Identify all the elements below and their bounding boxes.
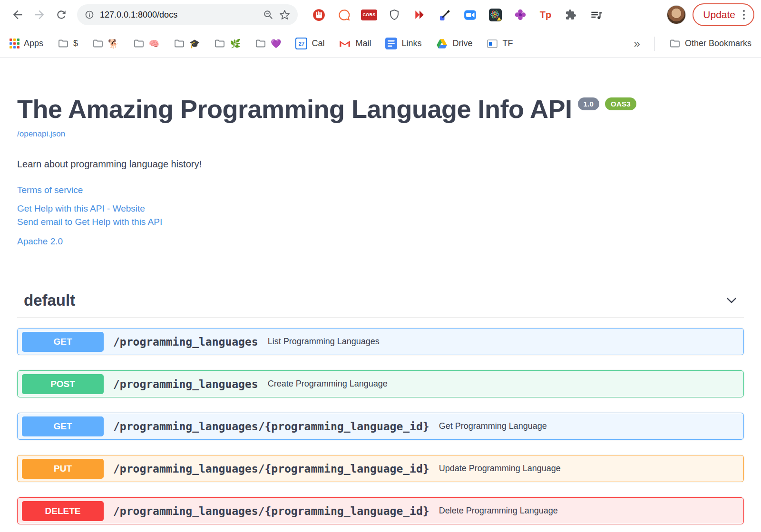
bookmark-label: Apps <box>24 39 43 48</box>
bookmark-drive[interactable]: Drive <box>436 38 472 50</box>
site-info-icon[interactable] <box>85 10 94 19</box>
avatar[interactable] <box>667 5 686 24</box>
contact-links: Get Help with this API - Website Send em… <box>17 202 744 229</box>
chevron-down-icon[interactable] <box>726 295 737 306</box>
method-badge: GET <box>22 332 104 352</box>
calendar-icon: 27 <box>295 38 307 49</box>
folder-icon <box>58 38 69 49</box>
browser-toolbar: 127.0.0.1:8000/docs CORS Tp <box>0 0 761 29</box>
api-description: Learn about programming language history… <box>17 159 744 170</box>
reload-icon <box>55 9 68 21</box>
flower-icon[interactable] <box>514 8 527 21</box>
api-help-email-link[interactable]: Send email to Get Help with this API <box>17 215 744 229</box>
bookmark-label: 🐕 <box>108 39 118 49</box>
other-bookmarks-label: Other Bookmarks <box>685 39 751 48</box>
toolbar-right-group: Update <box>667 3 754 26</box>
bookmarks-overflow-chevron[interactable]: » <box>634 37 640 50</box>
endpoint-path: /programming_languages/{programming_lang… <box>113 420 429 433</box>
method-badge: PUT <box>22 459 104 479</box>
zoom-icon[interactable] <box>263 10 273 20</box>
swagger-page: The Amazing Programming Language Info AP… <box>0 94 761 524</box>
bookmark-label: Cal <box>312 39 324 48</box>
playlist-icon[interactable] <box>589 8 603 21</box>
bookmark-star-icon[interactable] <box>279 10 290 20</box>
bookmark-label: $ <box>73 39 78 48</box>
endpoint-row-put-update[interactable]: PUT /programming_languages/{programming_… <box>17 455 744 482</box>
cors-icon[interactable]: CORS <box>362 8 376 21</box>
drive-icon <box>436 38 448 50</box>
method-badge: POST <box>22 374 104 394</box>
endpoint-row-get-list[interactable]: GET /programming_languages List Programm… <box>17 328 744 355</box>
bookmarks-separator <box>654 37 655 51</box>
openapi-json-link[interactable]: /openapi.json <box>17 129 65 139</box>
bookmark-mail[interactable]: Mail <box>339 38 371 50</box>
bookmark-label: 🌿 <box>230 39 240 49</box>
page-title: The Amazing Programming Language Info AP… <box>17 94 744 124</box>
api-title-text: The Amazing Programming Language Info AP… <box>17 95 572 123</box>
links-icon <box>385 38 397 49</box>
bookmark-folder-1[interactable]: $ <box>58 38 78 49</box>
bookmark-apps[interactable]: Apps <box>10 39 43 48</box>
bookmark-folder-3[interactable]: 🧠 <box>133 38 159 49</box>
tf-icon <box>487 38 498 49</box>
atom-icon[interactable] <box>488 8 502 21</box>
folder-icon <box>92 38 104 49</box>
endpoint-summary: Update Programming Language <box>439 464 561 474</box>
browser-menu-icon[interactable] <box>741 8 747 21</box>
bookmark-label: Mail <box>355 39 371 48</box>
other-bookmarks[interactable]: Other Bookmarks <box>669 38 751 49</box>
bookmark-links[interactable]: Links <box>385 38 421 49</box>
back-button[interactable] <box>7 4 29 26</box>
endpoint-row-delete[interactable]: DELETE /programming_languages/{programmi… <box>17 497 744 524</box>
bookmark-label: 💜 <box>271 39 281 49</box>
folder-icon <box>174 38 185 49</box>
folder-icon <box>133 38 145 49</box>
back-arrow-icon <box>11 8 24 21</box>
bookmark-label: Links <box>401 39 421 48</box>
bookmark-cal[interactable]: 27 Cal <box>295 38 324 49</box>
video-camera-icon[interactable] <box>463 8 477 21</box>
endpoint-row-get-one[interactable]: GET /programming_languages/{programming_… <box>17 413 744 440</box>
reload-button[interactable] <box>50 4 72 26</box>
apps-grid-icon <box>10 39 20 48</box>
endpoint-summary: List Programming Languages <box>268 337 380 347</box>
bookmark-label: TF <box>502 39 513 48</box>
tp-icon[interactable]: Tp <box>539 8 552 21</box>
endpoint-summary: Create Programming Language <box>268 379 388 389</box>
folder-icon <box>255 38 266 49</box>
endpoint-row-post-create[interactable]: POST /programming_languages Create Progr… <box>17 370 744 397</box>
endpoint-summary: Get Programming Language <box>439 421 547 431</box>
bookmark-tf[interactable]: TF <box>487 38 513 49</box>
url-text: 127.0.0.1:8000/docs <box>100 10 257 20</box>
api-help-website-link[interactable]: Get Help with this API - Website <box>17 202 744 215</box>
red-arrow-icon[interactable] <box>413 8 426 21</box>
gmail-icon <box>339 38 351 50</box>
bookmark-folder-4[interactable]: 🎓 <box>174 38 200 49</box>
endpoint-summary: Delete Programming Language <box>439 506 558 516</box>
stop-hand-icon[interactable] <box>312 8 325 21</box>
forward-button[interactable] <box>29 4 50 26</box>
chat-bubble-icon[interactable] <box>337 8 351 21</box>
oas3-badge: OAS3 <box>605 97 636 110</box>
default-section-header[interactable]: default <box>17 291 744 318</box>
update-button[interactable]: Update <box>693 3 754 26</box>
license-link[interactable]: Apache 2.0 <box>17 236 63 247</box>
eyedropper-icon[interactable] <box>438 8 451 21</box>
bookmark-folder-2[interactable]: 🐕 <box>92 38 118 49</box>
section-title: default <box>24 291 75 310</box>
method-badge: DELETE <box>22 501 104 521</box>
endpoint-path: /programming_languages/{programming_lang… <box>113 463 429 475</box>
method-badge: GET <box>22 416 104 436</box>
bookmark-folder-5[interactable]: 🌿 <box>214 38 240 49</box>
bookmarks-bar: Apps $ 🐕 🧠 🎓 🌿 💜 27 Cal Mail Links Drive <box>0 29 761 58</box>
puzzle-icon[interactable] <box>564 8 577 21</box>
version-badge: 1.0 <box>578 97 599 110</box>
terms-of-service-link[interactable]: Terms of service <box>17 185 83 195</box>
extensions-row: CORS Tp <box>312 8 603 21</box>
folder-icon <box>214 38 225 49</box>
shield-icon[interactable] <box>388 8 401 21</box>
update-label: Update <box>703 9 735 20</box>
bookmark-label: 🎓 <box>189 39 200 49</box>
bookmark-folder-6[interactable]: 💜 <box>255 38 281 49</box>
address-bar[interactable]: 127.0.0.1:8000/docs <box>77 4 298 25</box>
